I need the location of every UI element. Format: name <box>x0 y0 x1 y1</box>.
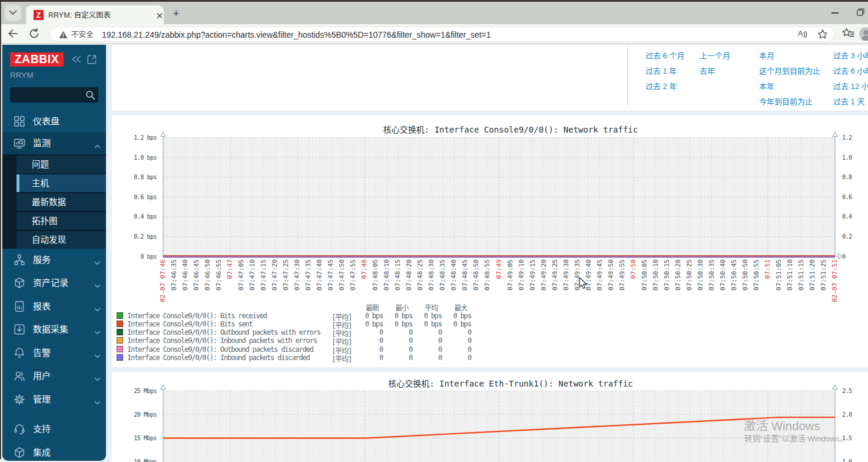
sidebar-item-integrations[interactable]: 集成 <box>2 441 106 462</box>
x-axis-label: 07:48 <box>360 259 368 279</box>
sidebar-item-administration[interactable]: 管理 <box>2 388 106 411</box>
chevron-down-icon <box>94 303 101 314</box>
time-range-link[interactable]: 过去 1 年 <box>645 65 677 76</box>
time-range-link[interactable]: 这个月到目前为止 <box>759 65 820 76</box>
sidebar-item-label: 管理 <box>33 394 51 405</box>
sidebar-subitem[interactable]: 主机 <box>16 174 106 192</box>
time-range-link[interactable]: 过去 3 小时 <box>833 50 868 61</box>
mouse-cursor <box>579 277 588 289</box>
sidebar-subitem[interactable]: 拓扑图 <box>16 212 106 230</box>
x-axis-label: 07:50:35 <box>708 259 715 291</box>
time-range-link[interactable]: 去年 <box>700 65 715 76</box>
new-tab-button[interactable]: + <box>170 7 183 20</box>
x-axis-label: 07:47:10 <box>249 259 256 291</box>
chevron-down-icon <box>94 326 101 337</box>
time-range-link[interactable]: 过去 2 年 <box>645 80 677 91</box>
legend-swatch <box>117 346 123 352</box>
legend-stat-value: 0 <box>436 354 471 362</box>
x-axis-label: 07:46:40 <box>181 259 189 291</box>
sidebar-subitem[interactable]: 问题 <box>16 156 106 173</box>
x-axis-label: 07:48:25 <box>416 259 424 291</box>
profile-avatar[interactable] <box>859 27 868 41</box>
inventory-icon <box>14 277 25 289</box>
x-axis-label: 07:51 <box>764 259 771 279</box>
x-axis-label: 07:46:45 <box>193 259 200 291</box>
y-axis-label-right: 2.0 <box>842 411 852 418</box>
y-axis-label: 0.8 bps <box>121 174 157 180</box>
server-name: RRYM <box>10 71 34 80</box>
time-range-link[interactable]: 过去 1 天 <box>833 95 864 107</box>
legend-swatch <box>117 329 123 335</box>
screen: Z RRYM: 自定义图表 ✕ + 不安全 192.168.21.249/zab… <box>0 0 868 462</box>
browser-toolbar: 不安全 192.168.21.249/zabbix.php?action=cha… <box>0 24 868 43</box>
time-range-link[interactable]: 过去 6 个月 <box>645 50 684 61</box>
window-restore-button[interactable] <box>854 4 868 19</box>
x-axis-label: 07:47:40 <box>316 259 323 291</box>
x-axis-label: 07:48:20 <box>405 259 413 291</box>
favorites-bar-icon[interactable] <box>842 28 854 39</box>
time-range-link[interactable]: 过去 12 小时 <box>833 80 868 91</box>
x-axis-label: 07:51:05 <box>775 259 783 291</box>
sidebar-item-data-collection[interactable]: 数据采集 <box>2 318 106 341</box>
browser-tab[interactable]: Z RRYM: 自定义图表 ✕ <box>26 5 164 26</box>
x-axis-label: 07:50:25 <box>685 259 693 291</box>
x-axis-label: 07:49:30 <box>562 259 570 291</box>
time-range-link[interactable]: 今年到目前为止 <box>759 95 813 107</box>
x-axis-label: 07:49:15 <box>529 259 536 291</box>
x-axis-label: 07:48:10 <box>383 259 390 291</box>
y-axis-label: 15 Mbps <box>121 435 157 441</box>
refresh-icon[interactable] <box>29 28 39 39</box>
x-axis-label: 07:48:35 <box>439 259 446 291</box>
x-axis-label: 07:49:20 <box>540 259 548 291</box>
tab-close-icon[interactable]: ✕ <box>154 11 165 21</box>
sidebar-subitem[interactable]: 自动发现 <box>16 231 106 249</box>
tab-search-button[interactable] <box>5 5 21 21</box>
alerts-icon <box>14 347 25 359</box>
sidebar-item-services[interactable]: 服务 <box>2 249 106 271</box>
time-range-link[interactable]: 本年 <box>759 80 774 91</box>
sidebar-item-monitoring[interactable]: 监测 <box>2 132 106 154</box>
window-minimize-button[interactable] <box>825 5 852 20</box>
zabbix-logo[interactable]: ZABBIX <box>10 52 64 67</box>
y-axis-label-right: 0.4 <box>842 213 852 220</box>
x-axis-label: 07:50:45 <box>730 259 738 291</box>
sidebar-item-alerts[interactable]: 告警 <box>2 342 106 364</box>
back-icon[interactable] <box>8 28 18 39</box>
legend-swatch <box>117 337 123 344</box>
time-range-link[interactable]: 上一个月 <box>700 50 730 61</box>
sidebar-subitem[interactable]: 最新数据 <box>16 193 106 211</box>
url-text[interactable]: 192.168.21.249/zabbix.php?action=charts.… <box>102 29 491 40</box>
favorite-star-icon[interactable] <box>817 29 828 39</box>
x-axis-label: 07:48:15 <box>394 259 402 291</box>
x-axis-label: 07:51:10 <box>786 259 794 291</box>
sidebar-item-users[interactable]: 用户 <box>2 365 106 387</box>
x-axis-label: 07:46:35 <box>170 259 178 291</box>
x-axis-label: 07:47:30 <box>293 259 301 291</box>
minimize-icon <box>831 12 839 14</box>
sidebar-subitem-label: 问题 <box>32 159 49 170</box>
sidebar-submenu: 问题主机最新数据拓扑图自动发现 <box>2 154 106 249</box>
time-range-link[interactable]: 过去 6 小时 <box>833 65 868 76</box>
address-bar[interactable]: 不安全 192.168.21.249/zabbix.php?action=cha… <box>49 27 835 42</box>
x-axis-label: 02-07 07:51 <box>831 259 839 302</box>
time-range-link[interactable]: 本月 <box>759 50 774 61</box>
sidebar-item-label: 用户 <box>33 370 51 382</box>
read-aloud-icon[interactable]: A <box>798 29 810 39</box>
x-axis-label: 07:50:40 <box>719 259 727 291</box>
chart-card-console[interactable]: 核心交换机: Interface Console9/0/0(): Network… <box>112 116 868 367</box>
services-icon <box>14 254 25 266</box>
y-axis-label: 0.4 bps <box>121 213 157 220</box>
sidebar-item-reports[interactable]: 报表 <box>2 295 106 318</box>
reports-icon <box>14 301 25 312</box>
security-label[interactable]: 不安全 <box>71 30 94 39</box>
legend-stat-value: 0 bps <box>436 312 471 320</box>
sidebar-item-dashboard[interactable]: 仪表盘 <box>2 110 106 133</box>
sidebar-popout-icon[interactable] <box>87 55 97 64</box>
sidebar-item-label: 支持 <box>33 423 51 435</box>
sidebar-item-label: 服务 <box>33 254 51 266</box>
sidebar-item-label: 数据采集 <box>33 324 68 335</box>
sidebar-item-inventory[interactable]: 资产记录 <box>2 272 106 294</box>
sidebar-item-support[interactable]: 支持 <box>2 418 106 440</box>
y-axis-label-right: 1.2 <box>842 134 852 141</box>
sidebar-collapse-icon[interactable] <box>71 55 81 63</box>
